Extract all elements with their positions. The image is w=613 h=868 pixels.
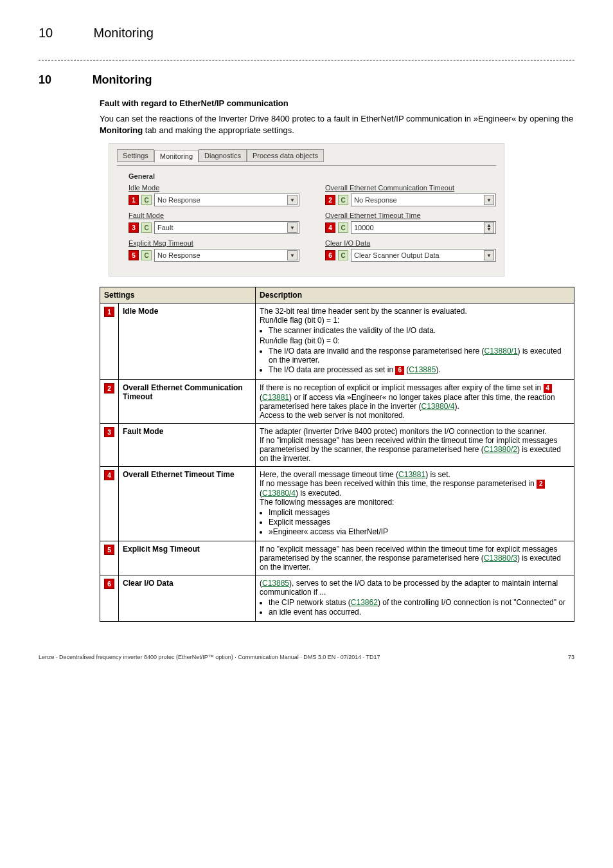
combo-idle-mode-value: No Response: [157, 196, 200, 204]
row-name: Idle Mode: [119, 303, 256, 380]
param-link[interactable]: C13880/2: [484, 445, 517, 454]
param-link[interactable]: C13880/1: [484, 347, 518, 356]
desc-line: Access to the web server is not monitore…: [260, 411, 570, 420]
table-row: 1 Idle Mode The 32-bit real time header …: [100, 303, 574, 380]
chevron-down-icon: ▼: [287, 250, 298, 260]
row-badge: 5: [104, 545, 114, 555]
tab-process-data[interactable]: Process data objects: [247, 149, 324, 162]
subheading: Fault with regard to EtherNet/IP communi…: [100, 98, 574, 108]
spinner-overall-timeout-value: 10000: [354, 224, 374, 231]
table-row: 5 Explicit Msg Timeout If no "explicit m…: [100, 541, 574, 575]
desc-bullet: The I/O data are invalid and the respons…: [269, 347, 570, 365]
desc-bullet: Implicit messages: [269, 508, 570, 517]
row-name: Fault Mode: [119, 424, 256, 467]
spinner-arrows-icon: ▲▼: [484, 222, 494, 233]
c-badge: C: [338, 222, 348, 233]
tab-monitoring[interactable]: Monitoring: [154, 150, 199, 163]
row-desc: The adapter (Inverter Drive 8400 protec)…: [256, 424, 574, 467]
combo-clear-io-data[interactable]: Clear Scanner Output Data ▼: [351, 249, 496, 262]
row-badge: 6: [104, 579, 114, 589]
table-row: 3 Fault Mode The adapter (Inverter Drive…: [100, 424, 574, 467]
combo-fault-mode-value: Fault: [157, 224, 173, 231]
combo-idle-mode[interactable]: No Response ▼: [154, 194, 299, 206]
desc-line: Run/idle flag (bit 0) = 1:: [260, 316, 570, 325]
label-idle-mode: Idle Mode: [129, 184, 299, 192]
param-link[interactable]: C13881: [262, 393, 289, 402]
badge-6: 6: [325, 250, 335, 260]
chevron-down-icon: ▼: [484, 195, 494, 205]
tab-bar: Settings Monitoring Diagnostics Process …: [117, 149, 496, 162]
footer-page-number: 73: [568, 654, 574, 660]
desc-bullet: The scanner indicates the validity of th…: [269, 326, 570, 335]
spinner-overall-timeout-time[interactable]: 10000 ▲▼: [351, 221, 496, 234]
section-num: 10: [39, 73, 90, 87]
desc-bullet: Explicit messages: [269, 518, 570, 527]
table-row: 4 Overall Ethernet Timeout Time Here, th…: [100, 467, 574, 541]
desc-line: If there is no reception of explicit or …: [260, 383, 570, 411]
c-badge: C: [338, 195, 348, 205]
desc-text: ).: [455, 402, 459, 411]
chevron-down-icon: ▼: [484, 250, 494, 260]
combo-explicit-msg-timeout-value: No Response: [157, 251, 200, 259]
desc-line: If no "explicit message" has been receiv…: [260, 545, 570, 572]
tab-diagnostics[interactable]: Diagnostics: [199, 149, 247, 162]
label-clear-io-data: Clear I/O Data: [325, 239, 496, 247]
param-link[interactable]: C13880/4: [421, 402, 454, 411]
param-link[interactable]: C13885: [262, 579, 289, 588]
row-name: Explicit Msg Timeout: [119, 541, 256, 575]
combo-fault-mode[interactable]: Fault ▼: [154, 221, 299, 234]
section-name: Monitoring: [93, 73, 152, 86]
param-link[interactable]: C13881: [398, 470, 425, 479]
desc-text: ) is executed.: [296, 489, 341, 498]
desc-text: Here, the overall message timeout time (: [260, 470, 398, 479]
param-link[interactable]: C13862: [351, 598, 378, 607]
footer-left: Lenze · Decentralised frequency inverter…: [39, 654, 380, 660]
c-badge: C: [141, 222, 152, 233]
badge-2: 2: [325, 195, 335, 205]
desc-line: The 32-bit real time header sent by the …: [260, 307, 570, 316]
section-title: 10 Monitoring: [39, 73, 574, 87]
divider: [39, 60, 574, 60]
desc-text: The I/O data are invalid and the respons…: [269, 347, 484, 356]
group-title: General: [129, 172, 496, 180]
tab-border: [117, 165, 496, 166]
param-link[interactable]: C13880/4: [262, 489, 296, 498]
intro-bold: Monitoring: [100, 125, 143, 135]
desc-line: Here, the overall message timeout time (…: [260, 470, 570, 479]
badge-5: 5: [129, 250, 139, 260]
desc-text: If there is no reception of explicit or …: [260, 383, 544, 392]
row-name: Overall Ethernet Timeout Time: [119, 467, 256, 541]
desc-line: The following messages are monitored:: [260, 498, 570, 507]
desc-text: the CIP network status (: [269, 598, 351, 607]
desc-line: (C13885), serves to set the I/O data to …: [260, 579, 570, 597]
badge-1: 1: [129, 195, 139, 205]
tab-settings[interactable]: Settings: [117, 149, 154, 162]
label-overall-comm-timeout: Overall Ethernet Communication Timeout: [325, 184, 496, 192]
desc-text: If no message has been received within t…: [260, 479, 537, 488]
c-badge: C: [141, 195, 152, 205]
badge-3: 3: [129, 222, 139, 233]
ref-badge: 4: [544, 384, 553, 393]
desc-bullet: The I/O data are processed as set in 6 (…: [269, 365, 570, 375]
desc-line: If no "implicit message" has been receiv…: [260, 436, 570, 463]
desc-line: If no message has been received within t…: [260, 479, 570, 498]
intro-text-1: You can set the reactions of the Inverte…: [100, 114, 573, 123]
desc-text: ) of the controlling I/O connection is n…: [378, 598, 565, 607]
description-table: Settings Description 1 Idle Mode The 32-…: [100, 287, 574, 622]
row-desc: The 32-bit real time header sent by the …: [256, 303, 574, 380]
intro-paragraph: You can set the reactions of the Inverte…: [100, 113, 574, 136]
desc-line: Run/idle flag (bit 0) = 0:: [260, 336, 570, 345]
combo-explicit-msg-timeout[interactable]: No Response ▼: [154, 249, 299, 262]
row-badge: 2: [104, 383, 114, 393]
param-link[interactable]: C13885: [409, 365, 436, 374]
page-footer: Lenze · Decentralised frequency inverter…: [39, 654, 574, 660]
param-link[interactable]: C13880/3: [484, 554, 517, 563]
combo-clear-io-data-value: Clear Scanner Output Data: [354, 251, 440, 259]
desc-text: ), serves to set the I/O data to be proc…: [260, 579, 558, 597]
desc-bullet: the CIP network status (C13862) of the c…: [269, 598, 570, 607]
combo-overall-comm-timeout[interactable]: No Response ▼: [351, 194, 496, 206]
label-explicit-msg-timeout: Explicit Msg Timeout: [129, 239, 299, 247]
th-description: Description: [256, 287, 574, 303]
desc-text: ).: [436, 365, 440, 374]
running-head-title: Monitoring: [94, 26, 154, 40]
